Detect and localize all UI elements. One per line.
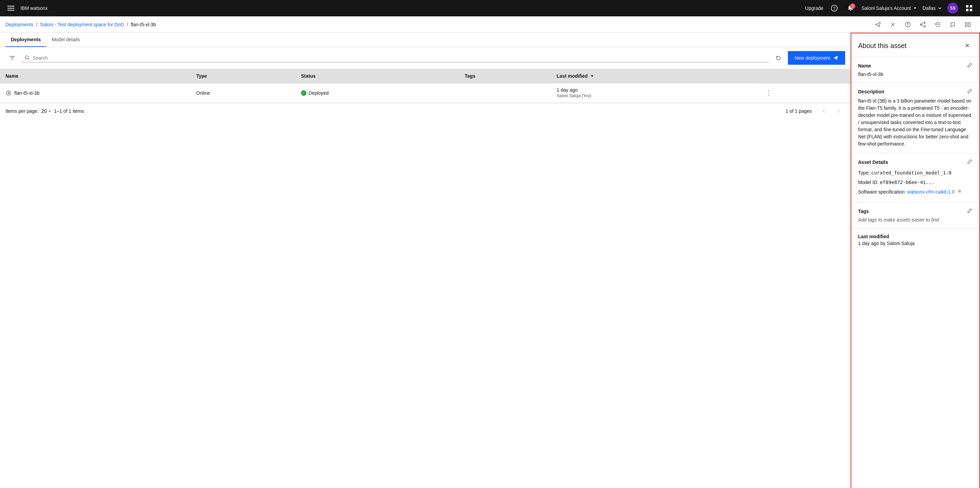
cell-type: Online: [191, 83, 296, 102]
pagination-bar: Items per page: 20 1–1 of 1 items 1 of 1…: [0, 103, 851, 119]
panel-name-section: Name flan-t5-xl-3b: [851, 57, 979, 83]
next-page-button[interactable]: [832, 104, 845, 118]
panel-asset-edit-button[interactable]: [967, 159, 972, 165]
gear-icon: [957, 189, 962, 194]
cell-tags: [459, 83, 551, 102]
breadcrumb-actions: [871, 18, 975, 31]
breadcrumb: Deployments / Saloni - Test deployment s…: [5, 22, 156, 27]
svg-rect-6: [970, 5, 972, 8]
items-per-page-select[interactable]: 20: [41, 108, 51, 114]
nav-right: Upgrade ? 3 Saloni Saluja's Account Dall…: [805, 3, 975, 14]
select-chevron: [48, 109, 51, 113]
search-input[interactable]: [33, 55, 766, 61]
col-name[interactable]: Name: [0, 69, 191, 83]
panel-name-edit-button[interactable]: [967, 62, 972, 69]
software-spec-link[interactable]: watsonx-cfm-caikit-1.0: [907, 187, 955, 197]
status-label: Deployed: [309, 90, 329, 96]
items-per-page-label: Items per page:: [5, 108, 38, 114]
tab-deployments[interactable]: Deployments: [5, 33, 46, 47]
svg-rect-13: [924, 22, 926, 23]
search-icon: [24, 55, 30, 61]
overflow-menu-button[interactable]: ⋮: [764, 88, 774, 99]
last-modified-user: Saloni Saluja (You): [557, 93, 752, 98]
svg-point-11: [907, 23, 908, 24]
refresh-button[interactable]: [772, 51, 785, 65]
region-button[interactable]: Dallas: [923, 5, 942, 11]
tabs-bar: Deployments Model details: [0, 33, 851, 47]
svg-rect-18: [969, 22, 970, 26]
tab-model-details[interactable]: Model details: [46, 33, 86, 47]
svg-rect-17: [966, 22, 967, 26]
upgrade-link[interactable]: Upgrade: [805, 5, 823, 11]
grid-button[interactable]: [964, 3, 975, 14]
col-tags[interactable]: Tags: [459, 69, 551, 83]
svg-rect-14: [924, 26, 926, 27]
panel-description-edit-button[interactable]: [967, 88, 972, 95]
model-id-label: Model ID:: [858, 177, 878, 187]
menu-button[interactable]: [5, 3, 16, 14]
panel-close-button[interactable]: ✕: [962, 40, 972, 51]
panel-header: About this asset ✕: [851, 33, 979, 57]
panel-description-section: Description flan-t5-xl (3B) is a 3 billi…: [851, 83, 979, 153]
page-navigation: [817, 104, 845, 118]
model-id-value: ef89e872-b6ee-41...: [880, 177, 934, 187]
breadcrumb-sep-1: /: [36, 22, 37, 27]
panel-title: About this asset: [858, 42, 907, 50]
main-layout: Deployments Model details: [0, 33, 980, 488]
notification-button[interactable]: 3: [845, 3, 856, 14]
type-label: Type:: [858, 168, 870, 177]
col-status[interactable]: Status: [296, 69, 459, 83]
info-button[interactable]: [901, 18, 915, 31]
last-modified-time: 1 day ago: [557, 87, 752, 93]
flow-button[interactable]: [916, 18, 930, 31]
panel-description-text: flan-t5-xl (3B) is a 3 billion parameter…: [858, 97, 972, 148]
model-id-row: Model ID: ef89e872-b6ee-41...: [858, 177, 972, 187]
svg-point-22: [959, 190, 960, 192]
history-button[interactable]: [931, 18, 945, 31]
help-button[interactable]: ?: [829, 3, 840, 14]
svg-text:?: ?: [833, 6, 835, 11]
panel-asset-details-section: Asset Details Type: curated_foundation_m…: [851, 153, 979, 203]
panel-name-value: flan-t5-xl-3b: [858, 72, 883, 77]
col-type[interactable]: Type: [191, 69, 296, 83]
software-spec-row: Software specification: watsonx-cfm-caik…: [858, 187, 972, 197]
svg-rect-7: [966, 9, 969, 11]
breadcrumb-deployments[interactable]: Deployments: [5, 22, 33, 27]
account-button[interactable]: Saloni Saluja's Account: [862, 5, 917, 11]
panel-tags-edit-button[interactable]: [967, 208, 972, 214]
items-range: 1–1 of 1 items: [54, 108, 84, 114]
col-last-modified[interactable]: Last modified: [551, 69, 758, 83]
notification-badge: 3: [850, 3, 855, 9]
svg-point-19: [25, 56, 29, 59]
svg-rect-2: [8, 10, 14, 11]
avatar: SS: [947, 3, 958, 14]
svg-rect-0: [8, 6, 14, 6]
content-area: Deployments Model details: [0, 33, 851, 488]
panel-asset-details-content: Type: curated_foundation_model_1.0 Model…: [858, 168, 972, 197]
panel-last-modified-section: Last modified 1 day ago by Saloni Saluja: [851, 228, 979, 252]
page-info: 1 of 1 pages: [786, 108, 812, 114]
send-button[interactable]: [871, 18, 885, 31]
new-deployment-button[interactable]: New deployment: [788, 51, 845, 65]
compare-button[interactable]: [961, 18, 975, 31]
svg-rect-12: [920, 24, 922, 25]
breadcrumb-space[interactable]: Saloni - Test deployment space for DoD: [40, 22, 124, 27]
cell-last-modified: 1 day ago Saloni Saluja (You): [551, 83, 758, 102]
panel-name-label: Name: [858, 63, 871, 69]
table-toolbar: New deployment: [0, 47, 851, 69]
panel-asset-details-label: Asset Details: [858, 159, 888, 165]
deploy-icon: [833, 55, 838, 61]
filter-button[interactable]: [5, 51, 19, 65]
prev-page-button[interactable]: [817, 104, 831, 118]
svg-line-20: [28, 59, 29, 60]
svg-rect-5: [966, 5, 969, 8]
col-actions: [758, 69, 851, 83]
comment-button[interactable]: [946, 18, 959, 31]
last-modified-info: 1 day ago by Saloni Saluja: [858, 241, 972, 246]
panel-tags-label: Tags: [858, 209, 869, 214]
region-label: Dallas: [923, 5, 936, 11]
table-row: flan-t5-xl-3b Online Deployed 1 day ago: [0, 83, 851, 102]
cell-overflow: ⋮: [758, 83, 851, 102]
delete-button[interactable]: [886, 18, 900, 31]
row-name: flan-t5-xl-3b: [14, 90, 40, 96]
